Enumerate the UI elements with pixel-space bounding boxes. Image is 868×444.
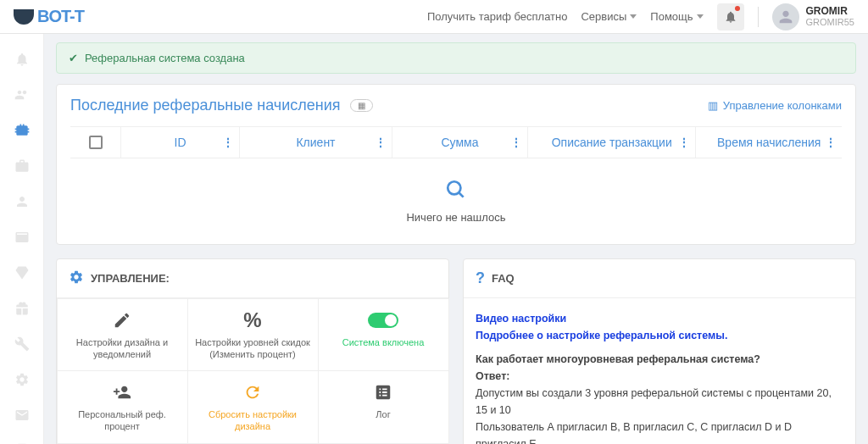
th-sum[interactable]: Сумма⋮ [392,127,528,158]
col-menu-icon[interactable]: ⋮ [375,136,387,149]
user-name: GROMIR [806,5,854,17]
topbar: BOT-T Получить тариф бесплатно Сервисы П… [0,0,868,34]
th-time[interactable]: Время начисления⋮ [696,127,842,158]
logo-text: BOT-T [37,7,84,26]
th-id[interactable]: ID⋮ [121,127,240,158]
empty-text: Ничего не нашлось [70,211,842,224]
manage-panel: УПРАВЛЕНИЕ: Настройки дизайна и уведомле… [56,258,449,444]
tile-log[interactable]: Лог [318,370,449,444]
faq-answer-label: Ответ: [476,368,843,385]
col-menu-icon[interactable]: ⋮ [825,136,837,149]
tile-enabled[interactable]: Система включена [318,298,449,372]
notifications-button[interactable] [717,3,744,31]
sidebar-item-people[interactable] [14,193,31,210]
sidebar-item-card[interactable] [14,229,31,246]
col-menu-icon[interactable]: ⋮ [510,136,522,149]
question-icon: ? [476,269,485,287]
sidebar-item-gift[interactable] [14,300,31,317]
user-subname: GROMIR55 [806,17,854,28]
svg-line-1 [459,192,463,197]
video-link[interactable]: Видео настройки [476,313,566,325]
view-toggle-icon[interactable]: ▦ [350,99,373,112]
logo-icon [14,9,34,25]
panel-title: Последние реферальные начисления [70,97,340,114]
bell-icon [724,10,737,24]
logo[interactable]: BOT-T [14,7,84,26]
gear-icon [69,269,84,287]
tile-reset[interactable]: Сбросить настройки дизайна [187,370,319,444]
sidebar-item-bell[interactable] [14,51,31,68]
manage-columns-link[interactable]: ▥ Управление колонками [708,99,842,112]
empty-state: Ничего не нашлось [70,158,842,232]
list-icon [326,381,442,403]
more-link[interactable]: Подробнее о настройке реферальной систем… [476,330,727,341]
user-menu[interactable]: GROMIR GROMIR55 [772,3,854,31]
tile-log-label: Лог [326,408,442,420]
sidebar-item-mail[interactable] [14,407,31,424]
faq-panel: ? FAQ Видео настройки Подробнее о настро… [463,258,856,444]
sidebar [0,34,44,444]
tile-personal-label: Персональный реф. процент [64,408,181,433]
avatar [772,3,799,31]
faq-title: FAQ [492,272,515,285]
col-menu-icon[interactable]: ⋮ [222,136,234,149]
divider [758,7,759,27]
success-alert: ✔ Реферальная система создана [56,42,856,74]
sidebar-item-diamond[interactable] [14,264,31,281]
check-icon: ✔ [69,52,78,64]
columns-icon: ▥ [708,99,718,112]
services-label: Сервисы [581,10,626,23]
tile-design-label: Настройки дизайна и уведомлений [64,336,181,361]
sidebar-item-briefcase[interactable] [14,158,31,175]
services-dropdown[interactable]: Сервисы [581,10,637,23]
tile-design[interactable]: Настройки дизайна и уведомлений [57,298,188,372]
sidebar-item-bot[interactable] [14,122,31,139]
notification-dot [735,6,740,11]
percent-icon: % [195,309,311,331]
help-dropdown[interactable]: Помощь [650,10,703,23]
alert-message: Реферальная система создана [85,52,245,64]
person-add-icon [64,381,181,403]
sidebar-item-tools[interactable] [14,336,31,352]
faq-question: Как работает многоуровневая реферальная … [476,351,843,368]
tile-enabled-label: Система включена [326,336,442,348]
faq-p1: Допустим вы создали 3 уровня реферальной… [476,385,843,419]
help-label: Помощь [650,10,693,23]
tile-reset-label: Сбросить настройки дизайна [195,408,311,433]
pencil-icon [64,309,181,331]
columns-label: Управление колонками [723,99,842,112]
sidebar-item-users[interactable] [14,86,31,103]
col-menu-icon[interactable]: ⋮ [678,136,690,149]
sidebar-item-settings[interactable] [14,371,31,388]
referral-table-panel: Последние реферальные начисления ▦ ▥ Упр… [56,84,856,245]
manage-title: УПРАВЛЕНИЕ: [91,272,170,285]
free-tariff-link[interactable]: Получить тариф бесплатно [427,10,568,23]
th-checkbox[interactable] [70,127,121,158]
tile-discount[interactable]: % Настройки уровней скидок(Изменить проц… [187,298,319,372]
table-header: ID⋮ Клиент⋮ Сумма⋮ Описание транзакции⋮ … [70,126,842,158]
svg-point-0 [448,181,460,194]
tile-discount-label: Настройки уровней скидок(Изменить процен… [195,336,311,361]
tile-personal[interactable]: Персональный реф. процент [57,370,188,444]
main-content: ✔ Реферальная система создана Последние … [44,34,868,444]
th-desc[interactable]: Описание транзакции⋮ [528,127,696,158]
toggle-icon [326,309,442,331]
chevron-down-icon [697,14,704,19]
refresh-icon [195,381,311,403]
chevron-down-icon [630,14,637,19]
faq-p2: Пользователь A пригласил B, B пригласил … [476,419,843,444]
checkbox-icon[interactable] [89,136,103,149]
th-client[interactable]: Клиент⋮ [240,127,392,158]
search-icon [70,179,842,206]
